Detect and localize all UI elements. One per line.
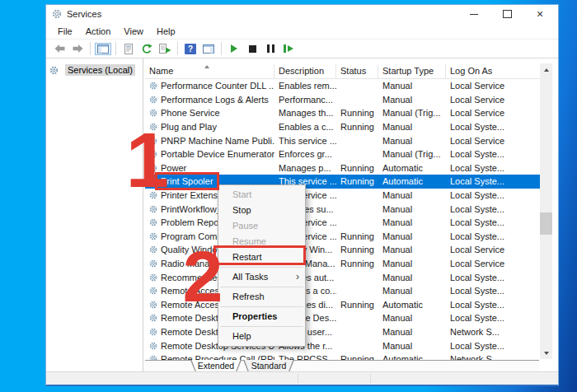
cell-startup-type: Manual <box>378 189 446 203</box>
show-action-pane-icon[interactable] <box>200 40 217 57</box>
service-gear-icon <box>149 218 157 226</box>
cell-status: Running <box>336 106 378 120</box>
service-gear-icon <box>149 96 157 104</box>
cell-log-on-as: Local Service <box>446 106 541 120</box>
maximize-button[interactable] <box>490 5 523 23</box>
pause-service-icon[interactable] <box>262 40 279 57</box>
service-gear-icon <box>149 232 157 240</box>
start-service-icon[interactable] <box>226 40 242 57</box>
cell-log-on-as: Local Syste... <box>446 338 541 352</box>
refresh-icon[interactable] <box>138 40 155 57</box>
column-header-description[interactable]: Description <box>274 64 336 78</box>
menubar-item-help[interactable]: Help <box>150 25 182 38</box>
cell-description: Enables rem... <box>274 79 336 93</box>
properties-doc-icon[interactable] <box>120 40 137 57</box>
services-list-panel: NameDescriptionStatusStartup TypeLog On … <box>143 58 558 371</box>
export-list-icon[interactable] <box>157 40 173 57</box>
cell-log-on-as: Local Syste... <box>446 298 541 312</box>
service-gear-icon <box>149 259 157 268</box>
menubar-item-action[interactable]: Action <box>79 25 118 38</box>
service-name: Portable Device Enumerator... <box>161 149 274 159</box>
table-row[interactable]: Problem Reports and Solutio...This servi… <box>145 216 541 230</box>
cell-description: Performanc... <box>274 93 336 107</box>
cell-status <box>336 338 378 352</box>
table-row[interactable]: Performance Logs & AlertsPerformanc...Ma… <box>145 93 541 107</box>
context-menu-item-stop[interactable]: Stop <box>218 203 305 218</box>
cell-log-on-as: Network S... <box>446 352 541 360</box>
view-tab-strip: ExtendedStandard <box>145 360 539 371</box>
cell-name: Remote Procedure Call (RPC) <box>145 352 274 360</box>
tab-standard[interactable]: Standard <box>243 360 294 371</box>
stop-service-icon[interactable] <box>244 40 260 57</box>
context-menu-separator <box>220 267 303 268</box>
cell-startup-type: Manual <box>378 325 446 339</box>
context-menu-item-all-tasks[interactable]: All Tasks› <box>218 269 305 285</box>
table-row[interactable]: Remote Procedure Call (RPC)The RPCSS...R… <box>145 352 541 360</box>
column-header-name[interactable]: Name <box>145 64 274 78</box>
table-row[interactable]: PrintWorkflow_31ef5Provides su...ManualL… <box>145 202 541 216</box>
cell-status: Running <box>336 120 378 134</box>
context-menu-item-pause: Pause <box>218 218 305 234</box>
forward-arrow-icon[interactable] <box>69 40 86 57</box>
cell-name: Performance Counter DLL ... <box>145 79 274 93</box>
annotation-step-2-number: 2 <box>177 240 228 313</box>
context-menu-item-refresh[interactable]: Refresh <box>218 289 305 305</box>
service-gear-icon <box>149 109 157 117</box>
restart-service-icon[interactable] <box>280 40 297 57</box>
cell-log-on-as: Local Service <box>446 93 541 107</box>
service-name: Remote Procedure Call (RPC) <box>161 354 274 360</box>
scroll-down-icon[interactable] <box>540 347 552 359</box>
menu-bar: FileActionViewHelp <box>46 23 558 39</box>
close-button[interactable]: × <box>523 5 556 23</box>
service-gear-icon <box>149 205 157 213</box>
table-row[interactable]: Remote Desktop ServicesAllows user...Man… <box>145 325 541 339</box>
table-row[interactable]: PNRP Machine Name Publi...This service .… <box>145 133 541 147</box>
context-menu-item-start: Start <box>218 187 305 203</box>
toolbar-separator <box>90 42 91 55</box>
cell-log-on-as: Local Syste... <box>446 270 541 284</box>
menubar-item-file[interactable]: File <box>51 25 79 38</box>
table-row[interactable]: Phone ServiceManages th...RunningManual … <box>145 106 541 120</box>
cell-description: Manages p... <box>274 161 336 175</box>
scrollbar-thumb[interactable] <box>540 212 552 235</box>
status-bar-divider <box>370 374 371 383</box>
show-console-tree-icon[interactable] <box>95 40 111 57</box>
table-row[interactable]: Performance Counter DLL ...Enables rem..… <box>145 79 541 93</box>
tab-extended[interactable]: Extended <box>190 360 242 371</box>
context-menu-item-help[interactable]: Help <box>218 329 305 344</box>
context-menu-item-properties[interactable]: Properties <box>218 309 305 324</box>
cell-log-on-as: Local Service <box>446 79 541 93</box>
services-gear-icon <box>49 66 59 75</box>
cell-description: This service ... <box>274 133 336 147</box>
cell-log-on-as: Local Syste... <box>446 202 541 216</box>
cell-log-on-as: Network S... <box>446 325 541 339</box>
vertical-scrollbar[interactable] <box>540 63 552 359</box>
sidebar-item-services-local[interactable]: Services (Local) <box>49 64 143 76</box>
service-gear-icon <box>149 342 157 350</box>
minimize-button[interactable] <box>457 5 490 23</box>
scroll-up-icon[interactable] <box>540 63 552 76</box>
table-row[interactable]: Printer Extensions and Notifi...This ser… <box>145 189 541 203</box>
cell-startup-type: Manual <box>378 311 446 325</box>
column-header-status[interactable]: Status <box>336 64 378 78</box>
cell-status: Running <box>336 230 378 244</box>
status-bar <box>46 371 558 385</box>
help-icon[interactable]: ? <box>182 40 199 57</box>
close-icon: × <box>537 7 543 21</box>
cell-description: The RPCSS... <box>274 352 336 360</box>
table-row[interactable]: Plug and PlayEnables a c...RunningManual… <box>145 120 541 134</box>
services-list: Performance Counter DLL ...Enables rem..… <box>145 79 541 360</box>
column-header-startup-type[interactable]: Startup Type <box>378 64 446 78</box>
column-header-log-on-as[interactable]: Log On As <box>446 64 541 78</box>
cell-startup-type: Manual <box>378 79 446 93</box>
table-row[interactable]: Portable Device Enumerator...Enforces gr… <box>145 147 541 161</box>
submenu-arrow-icon: › <box>296 269 299 285</box>
cell-status <box>336 189 378 203</box>
back-arrow-icon[interactable] <box>51 40 68 57</box>
cell-status <box>336 270 378 284</box>
menubar-item-view[interactable]: View <box>117 25 150 38</box>
service-gear-icon <box>149 245 157 254</box>
context-menu: StartStopPauseResumeRestartAll Tasks›Ref… <box>218 184 306 347</box>
console-tree-panel: Services (Local) <box>46 58 143 371</box>
table-row[interactable]: Remote Desktop Services Us...Allows the … <box>145 338 541 352</box>
